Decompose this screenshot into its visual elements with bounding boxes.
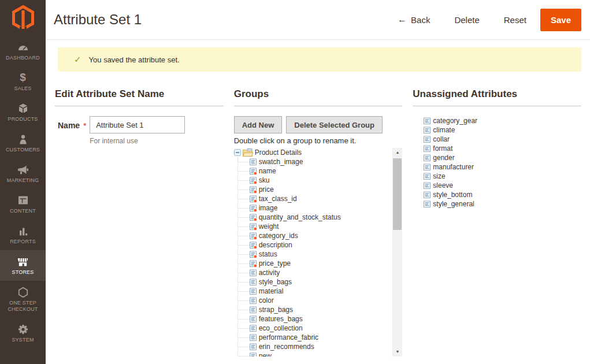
attribute-icon — [250, 297, 257, 304]
sidebar-item-stores[interactable]: STORES — [0, 250, 46, 281]
groups-tree-container: Product Details swatch_imagenameskuprice… — [234, 148, 403, 356]
attribute-set-name-input[interactable] — [90, 116, 185, 133]
groups-buttons: Add New Delete Selected Group — [234, 116, 403, 133]
scrollbar-thumb[interactable] — [393, 158, 402, 230]
header-actions: ← Back Delete Reset Save — [373, 9, 581, 31]
magento-logo-icon — [12, 5, 34, 31]
reset-button[interactable]: Reset — [504, 15, 526, 25]
tree-attribute-weight[interactable]: weight — [238, 222, 393, 231]
tree-connector — [238, 162, 250, 162]
unassigned-attribute-manufacturer[interactable]: manufacturer — [424, 162, 581, 172]
tree-group-product-details[interactable]: Product Details — [234, 148, 393, 157]
attribute-icon — [424, 154, 431, 162]
attribute-icon — [250, 315, 257, 323]
scrollbar-down-arrow-icon[interactable]: ▼ — [392, 347, 402, 356]
tree-attribute-erin_recommends[interactable]: erin_recommends — [238, 342, 393, 351]
tree-attribute-quantity_and_stock_status[interactable]: quantity_and_stock_status — [238, 213, 393, 222]
attribute-icon — [250, 158, 257, 166]
tree-scrollbar[interactable]: ▲ ▼ — [392, 148, 402, 356]
tree-attribute-performance_fabric[interactable]: performance_fabric — [238, 333, 393, 342]
tree-attribute-new[interactable]: new — [238, 351, 393, 356]
attribute-label: sku — [259, 176, 270, 184]
success-message-text: You saved the attribute set. — [89, 55, 180, 64]
save-button[interactable]: Save — [540, 9, 581, 31]
sidebar-item-label: SYSTEM — [1, 337, 44, 343]
sidebar-item-products[interactable]: PRODUCTS — [0, 97, 46, 128]
sidebar-item-one-step-checkout[interactable]: ONE STEP CHECKOUT — [0, 281, 46, 318]
attribute-icon — [250, 288, 257, 295]
unassigned-attribute-style_bottom[interactable]: style_bottom — [424, 190, 581, 199]
tree-attribute-image[interactable]: image — [238, 203, 393, 213]
attribute-label: manufacturer — [433, 163, 474, 171]
attribute-label: sleeve — [433, 181, 453, 190]
scrollbar-up-arrow-icon[interactable]: ▲ — [392, 148, 402, 157]
attribute-label: style_general — [433, 200, 474, 208]
success-message-banner: ✓ You saved the attribute set. — [58, 47, 581, 72]
tree-attribute-color[interactable]: color — [238, 296, 393, 305]
groups-heading: Groups — [234, 88, 403, 106]
tree-attribute-tax_class_id[interactable]: tax_class_id — [238, 194, 393, 203]
tree-attribute-price_type[interactable]: price_type — [238, 259, 393, 268]
tree-attribute-strap_bags[interactable]: strap_bags — [238, 305, 393, 314]
attribute-label: climate — [433, 126, 455, 134]
unassigned-attribute-category_gear[interactable]: category_gear — [424, 116, 581, 125]
page-header: Attribute Set 1 ← Back Delete Reset Save — [46, 0, 590, 40]
attribute-label: activity — [259, 269, 280, 277]
folder-open-icon — [243, 148, 253, 157]
unassigned-attribute-style_general[interactable]: style_general — [424, 199, 581, 209]
sidebar-item-system[interactable]: SYSTEM — [0, 318, 46, 348]
tree-attribute-category_ids[interactable]: category_ids — [238, 231, 393, 240]
collapse-minus-icon[interactable] — [234, 149, 241, 156]
sidebar-item-content[interactable]: CONTENT — [0, 189, 46, 220]
unassigned-attribute-climate[interactable]: climate — [424, 125, 581, 135]
delete-selected-group-button[interactable]: Delete Selected Group — [286, 116, 383, 133]
tree-connector — [238, 217, 250, 218]
unassigned-attribute-size[interactable]: size — [424, 172, 581, 181]
sidebar-item-marketing[interactable]: MARKETING — [0, 158, 46, 189]
attribute-icon-required — [250, 195, 257, 203]
attribute-label: swatch_image — [259, 158, 303, 166]
stores-icon — [1, 255, 44, 268]
tree-attribute-material[interactable]: material — [238, 287, 393, 296]
tree-connector — [238, 180, 250, 181]
scrollbar-track[interactable] — [392, 157, 402, 347]
tree-attribute-eco_collection[interactable]: eco_collection — [238, 324, 393, 333]
attribute-label: description — [259, 241, 292, 249]
tree-connector — [238, 226, 250, 227]
attribute-icon-required — [250, 232, 257, 240]
sidebar-item-dashboard[interactable]: DASHBOARD — [0, 36, 46, 66]
magento-logo[interactable] — [0, 0, 46, 36]
tree-connector — [238, 328, 250, 329]
tree-attribute-description[interactable]: description — [238, 240, 393, 250]
tree-attribute-price[interactable]: price — [238, 185, 393, 194]
unassigned-attribute-sleeve[interactable]: sleeve — [424, 181, 581, 190]
unassigned-attribute-format[interactable]: format — [424, 144, 581, 153]
group-tree: Product Details swatch_imagenameskuprice… — [234, 148, 393, 356]
tree-attribute-sku[interactable]: sku — [238, 176, 393, 185]
delete-button[interactable]: Delete — [454, 15, 479, 25]
tree-attribute-activity[interactable]: activity — [238, 268, 393, 277]
back-button[interactable]: ← Back — [398, 14, 430, 25]
unassigned-attribute-collar[interactable]: collar — [424, 135, 581, 144]
required-asterisk: * — [83, 121, 86, 130]
groups-hint: Double click on a group to rename it. — [234, 136, 403, 145]
attribute-label: strap_bags — [259, 306, 293, 314]
attribute-label: eco_collection — [259, 324, 303, 332]
sidebar-item-reports[interactable]: REPORTS — [0, 220, 46, 250]
tree-attribute-name[interactable]: name — [238, 166, 393, 176]
main-area: Attribute Set 1 ← Back Delete Reset Save… — [46, 0, 590, 364]
unassigned-attribute-gender[interactable]: gender — [424, 153, 581, 162]
tree-attribute-status[interactable]: status — [238, 250, 393, 259]
tree-connector — [238, 310, 250, 310]
tree-attribute-features_bags[interactable]: features_bags — [238, 314, 393, 324]
sidebar-item-sales[interactable]: $SALES — [0, 66, 46, 97]
attribute-icon-required — [250, 251, 257, 258]
attribute-icon — [424, 182, 431, 190]
marketing-icon — [1, 163, 44, 176]
attribute-label: size — [433, 172, 445, 180]
sidebar-item-customers[interactable]: CUSTOMERS — [0, 128, 46, 158]
tree-attribute-swatch_image[interactable]: swatch_image — [238, 157, 393, 166]
attribute-icon — [424, 127, 431, 134]
add-new-group-button[interactable]: Add New — [234, 116, 283, 133]
tree-attribute-style_bags[interactable]: style_bags — [238, 277, 393, 287]
